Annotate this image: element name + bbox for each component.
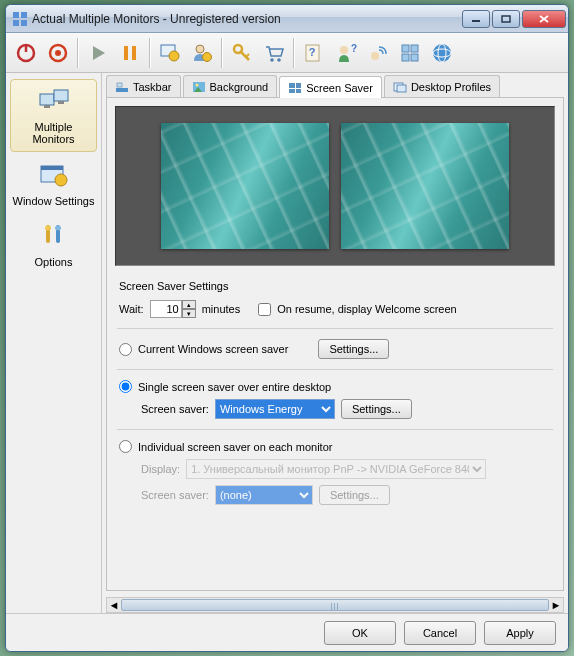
radio-current[interactable] xyxy=(119,343,132,356)
svg-point-18 xyxy=(203,52,212,61)
close-button[interactable] xyxy=(522,10,566,28)
svg-rect-30 xyxy=(411,45,418,52)
scroll-thumb[interactable]: ||| xyxy=(121,599,549,611)
svg-text:?: ? xyxy=(309,46,316,58)
divider xyxy=(117,328,553,329)
individual-saver-select[interactable]: (none) xyxy=(215,485,313,505)
svg-rect-55 xyxy=(296,89,301,93)
svg-point-26 xyxy=(340,46,348,54)
maximize-button[interactable] xyxy=(492,10,520,28)
svg-point-33 xyxy=(433,44,451,62)
options-icon xyxy=(38,221,70,253)
sidebar: Multiple Monitors Window Settings Option… xyxy=(6,73,102,613)
svg-point-45 xyxy=(45,226,51,231)
sidebar-item-multiple-monitors[interactable]: Multiple Monitors xyxy=(10,79,97,152)
section-title: Screen Saver Settings xyxy=(119,280,555,292)
window-settings-icon xyxy=(38,160,70,192)
titlebar[interactable]: Actual Multiple Monitors - Unregistered … xyxy=(6,5,568,33)
svg-rect-32 xyxy=(411,54,418,61)
opt-single-label: Single screen saver over entire desktop xyxy=(138,381,331,393)
sidebar-item-label: Multiple Monitors xyxy=(13,121,94,145)
radio-single[interactable] xyxy=(119,380,132,393)
svg-rect-41 xyxy=(41,166,63,170)
svg-rect-29 xyxy=(402,45,409,52)
svg-rect-38 xyxy=(44,105,50,108)
svg-rect-47 xyxy=(116,88,128,92)
opt-current-label: Current Windows screen saver xyxy=(138,343,288,355)
opt-individual-label: Individual screen saver on each monitor xyxy=(138,441,332,453)
radio-individual[interactable] xyxy=(119,440,132,453)
app-icon xyxy=(12,11,28,27)
horizontal-scrollbar[interactable]: ◄ ||| ► xyxy=(106,597,564,613)
sidebar-item-window-settings[interactable]: Window Settings xyxy=(10,154,97,213)
pause-button[interactable] xyxy=(115,37,145,69)
ok-button[interactable]: OK xyxy=(324,621,396,645)
minimize-button[interactable] xyxy=(462,10,490,28)
svg-rect-53 xyxy=(296,83,301,88)
tabs: Taskbar Background Screen Saver Desktop … xyxy=(102,73,568,97)
spin-down[interactable]: ▼ xyxy=(182,309,196,318)
tab-screen-saver[interactable]: Screen Saver xyxy=(279,76,382,98)
svg-line-21 xyxy=(246,54,249,57)
grid-icon[interactable] xyxy=(395,37,425,69)
tab-background[interactable]: Background xyxy=(183,75,278,97)
cart-icon[interactable] xyxy=(259,37,289,69)
spin-up[interactable]: ▲ xyxy=(182,300,196,309)
scroll-left-arrow[interactable]: ◄ xyxy=(107,598,121,612)
tab-desktop-profiles[interactable]: Desktop Profiles xyxy=(384,75,500,97)
svg-rect-36 xyxy=(40,94,54,105)
app-window: Actual Multiple Monitors - Unregistered … xyxy=(5,4,569,652)
svg-rect-52 xyxy=(289,83,295,88)
resume-checkbox[interactable] xyxy=(258,303,271,316)
single-saver-select[interactable]: Windows Energy xyxy=(215,399,335,419)
svg-rect-3 xyxy=(21,20,27,26)
single-settings-button[interactable]: Settings... xyxy=(341,399,412,419)
play-button[interactable] xyxy=(83,37,113,69)
support-icon[interactable]: ? xyxy=(331,37,361,69)
apply-button[interactable]: Apply xyxy=(484,621,556,645)
current-settings-button[interactable]: Settings... xyxy=(318,339,389,359)
stop-button[interactable] xyxy=(43,37,73,69)
wait-label: Wait: xyxy=(119,303,144,315)
svg-point-17 xyxy=(196,45,204,53)
screensaver-panel: Screen Saver Settings Wait: ▲▼ minutes O… xyxy=(106,97,564,591)
wait-spinner[interactable]: ▲▼ xyxy=(150,300,196,318)
window-title: Actual Multiple Monitors - Unregistered … xyxy=(32,12,460,26)
svg-point-42 xyxy=(55,174,67,186)
sound-icon[interactable] xyxy=(363,37,393,69)
svg-rect-48 xyxy=(117,83,122,87)
saver-label: Screen saver: xyxy=(141,403,209,415)
profiles-icon xyxy=(393,80,407,94)
svg-rect-1 xyxy=(21,12,27,18)
tab-taskbar[interactable]: Taskbar xyxy=(106,75,181,97)
svg-rect-31 xyxy=(402,54,409,61)
help-icon[interactable]: ? xyxy=(299,37,329,69)
power-button[interactable] xyxy=(11,37,41,69)
divider xyxy=(117,429,553,430)
svg-point-46 xyxy=(55,226,61,231)
svg-point-50 xyxy=(195,83,198,86)
svg-point-11 xyxy=(55,50,61,56)
globe-icon[interactable] xyxy=(427,37,457,69)
resume-label: On resume, display Welcome screen xyxy=(277,303,457,315)
individual-settings-button[interactable]: Settings... xyxy=(319,485,390,505)
svg-text:?: ? xyxy=(351,43,357,54)
svg-marker-12 xyxy=(93,46,105,60)
taskbar-icon xyxy=(115,80,129,94)
svg-point-16 xyxy=(169,51,179,61)
svg-rect-54 xyxy=(289,89,295,93)
sidebar-item-label: Window Settings xyxy=(13,195,95,207)
user-config-icon[interactable] xyxy=(187,37,217,69)
svg-point-22 xyxy=(270,58,274,62)
scroll-right-arrow[interactable]: ► xyxy=(549,598,563,612)
window-config-icon[interactable] xyxy=(155,37,185,69)
display-select[interactable]: 1. Универсальный монитор PnP -> NVIDIA G… xyxy=(186,459,486,479)
wait-input[interactable] xyxy=(150,300,182,318)
cancel-button[interactable]: Cancel xyxy=(404,621,476,645)
svg-rect-0 xyxy=(13,12,19,18)
divider xyxy=(117,369,553,370)
preview-area xyxy=(115,106,555,266)
svg-rect-5 xyxy=(502,16,510,22)
sidebar-item-options[interactable]: Options xyxy=(10,215,97,274)
key-icon[interactable] xyxy=(227,37,257,69)
